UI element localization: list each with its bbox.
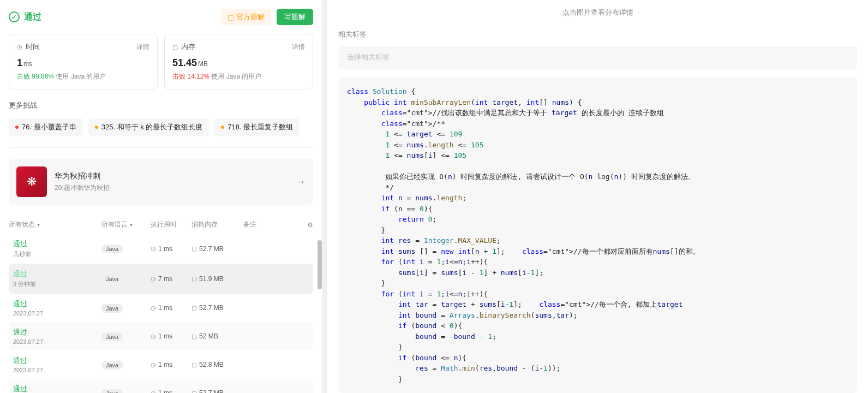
submission-memory: ▢52 MB <box>191 332 243 340</box>
difficulty-dot <box>95 126 98 129</box>
related-tags-label: 相关标签 <box>327 25 868 44</box>
submission-runtime: ◷1 ms <box>151 332 191 340</box>
chevron-down-icon: ▾ <box>37 222 40 228</box>
promo-title: 华为秋招冲刺 <box>55 171 288 181</box>
submission-lang: Java <box>101 389 151 394</box>
status-text: 通过 <box>24 11 41 23</box>
submission-runtime: ◷7 ms <box>151 275 191 283</box>
promo-card[interactable]: ❋ 华为秋招冲刺 20 题冲刺华为秋招 → <box>9 159 313 205</box>
metrics: ◷ 时间 详情 1ms 击败 99.86% 使用 Java 的用户 ▢ <box>9 34 313 90</box>
chip-icon: ▢ <box>191 275 197 282</box>
chip-icon: ▢ <box>191 361 197 368</box>
write-solution-button[interactable]: 写题解 <box>277 9 313 25</box>
memory-label: ▢ 内存 <box>172 42 195 52</box>
tag-select-input[interactable]: 选择相关标签 <box>338 46 857 69</box>
check-icon <box>9 11 20 22</box>
challenges-list: 76. 最小覆盖子串325. 和等于 k 的最长子数组长度718. 最长重复子数… <box>9 118 313 148</box>
memory-metric-card[interactable]: ▢ 内存 详情 51.45MB 击败 14.12% 使用 Java 的用户 <box>164 34 313 90</box>
clock-icon: ◷ <box>151 361 156 368</box>
clock-icon: ◷ <box>151 275 156 282</box>
huawei-icon: ❋ <box>16 166 47 197</box>
challenge-chip[interactable]: 718. 最长重复子数组 <box>214 118 300 136</box>
left-panel: 通过 ▢ 官方题解 写题解 ◷ 时间 详情 <box>0 0 327 393</box>
col-lang-header[interactable]: 所有语言 ▾ <box>101 220 151 229</box>
clock-icon: ◷ <box>151 333 156 340</box>
submission-runtime: ◷1 ms <box>151 304 191 312</box>
arrow-right-icon: → <box>296 176 306 188</box>
submission-row[interactable]: 通过几秒前Java◷1 ms▢52.7 MB <box>9 234 313 264</box>
submission-status: 通过2023.07.27 <box>13 299 101 317</box>
submission-lang: Java <box>101 304 151 312</box>
submission-lang: Java <box>101 361 151 369</box>
header-buttons: ▢ 官方题解 写题解 <box>221 9 313 25</box>
promo-sub: 20 题冲刺华为秋招 <box>55 183 288 193</box>
submission-row[interactable]: 通过2023.07.27Java◷1 ms▢52.8 MB <box>9 350 313 379</box>
chip-icon: ▢ <box>191 245 197 252</box>
challenge-chip[interactable]: 325. 和等于 k 的最长子数组长度 <box>88 118 209 136</box>
submission-status: 通过几秒前 <box>13 239 101 258</box>
submission-status: 通过2023.07.27 <box>13 356 101 373</box>
status-header: 通过 ▢ 官方题解 写题解 <box>9 9 313 25</box>
right-panel: 点击图片查看分布详情 相关标签 选择相关标签 class Solution { … <box>327 0 868 393</box>
scrollbar-thumb[interactable] <box>318 240 322 289</box>
challenge-label: 76. 最小覆盖子串 <box>22 122 76 132</box>
chevron-down-icon: ▾ <box>130 222 133 228</box>
submission-row[interactable]: 通过2023.07.27Java◷1 ms▢52 MB <box>9 322 313 350</box>
challenge-label: 325. 和等于 k 的最长子数组长度 <box>101 122 203 132</box>
book-icon: ▢ <box>228 13 234 21</box>
submission-status: 通过2023.07.27 <box>13 327 101 345</box>
submission-memory: ▢51.9 MB <box>191 275 243 283</box>
time-value: 1ms <box>17 57 149 69</box>
submission-status: 通过9 分钟前 <box>13 269 101 288</box>
clock-icon: ◷ <box>17 44 22 51</box>
chip-icon: ▢ <box>191 390 197 394</box>
submission-row[interactable]: 通过9 分钟前Java◷7 ms▢51.9 MB <box>9 264 313 294</box>
submission-lang: Java <box>101 245 151 253</box>
submission-memory: ▢52.7 MB <box>191 389 243 393</box>
submission-status: 通过2023.07.27 <box>13 384 101 393</box>
time-metric-card[interactable]: ◷ 时间 详情 1ms 击败 99.86% 使用 Java 的用户 <box>9 34 158 90</box>
challenge-chip[interactable]: 76. 最小覆盖子串 <box>9 118 83 136</box>
submission-row[interactable]: 通过2023.07.27Java◷1 ms▢52.7 MB <box>9 379 313 393</box>
chip-icon: ▢ <box>172 44 178 51</box>
time-sub: 击败 99.86% 使用 Java 的用户 <box>17 72 149 81</box>
submission-row[interactable]: 通过2023.07.27Java◷1 ms▢52.7 MB <box>9 294 313 322</box>
official-solution-button[interactable]: ▢ 官方题解 <box>221 9 271 25</box>
submission-lang: Java <box>101 275 151 283</box>
chip-icon: ▢ <box>191 333 197 340</box>
submission-runtime: ◷1 ms <box>151 389 191 393</box>
challenge-label: 718. 最长重复子数组 <box>228 122 293 132</box>
clock-icon: ◷ <box>151 390 156 394</box>
difficulty-dot <box>15 126 19 129</box>
submission-runtime: ◷1 ms <box>151 361 191 368</box>
status-pass: 通过 <box>9 11 41 23</box>
col-note-header: 备注 <box>243 220 287 229</box>
clock-icon: ◷ <box>151 245 156 252</box>
submissions-list: 通过几秒前Java◷1 ms▢52.7 MB通过9 分钟前Java◷7 ms▢5… <box>9 234 313 393</box>
chart-hint-text[interactable]: 点击图片查看分布详情 <box>327 0 868 25</box>
col-memory-header: 消耗内存 <box>191 220 243 229</box>
challenges-title: 更多挑战 <box>9 100 313 110</box>
time-label: ◷ 时间 <box>17 42 40 52</box>
clock-icon: ◷ <box>151 305 156 312</box>
difficulty-dot <box>221 126 224 129</box>
submission-memory: ▢52.8 MB <box>191 361 243 368</box>
submission-lang: Java <box>101 332 151 341</box>
time-detail-link[interactable]: 详情 <box>136 43 149 52</box>
gear-icon[interactable]: ⚙ <box>307 221 313 229</box>
chip-icon: ▢ <box>191 305 197 312</box>
submissions-table-header: 所有状态 ▾ 所有语言 ▾ 执行用时 消耗内存 备注 ⚙ <box>9 216 313 234</box>
memory-detail-link[interactable]: 详情 <box>292 43 305 52</box>
memory-sub: 击败 14.12% 使用 Java 的用户 <box>172 72 305 81</box>
submission-runtime: ◷1 ms <box>151 245 191 253</box>
col-status-header[interactable]: 所有状态 ▾ <box>9 220 101 229</box>
col-runtime-header: 执行用时 <box>151 220 191 229</box>
memory-value: 51.45MB <box>172 57 305 69</box>
submission-memory: ▢52.7 MB <box>191 304 243 312</box>
submission-memory: ▢52.7 MB <box>191 245 243 253</box>
code-block[interactable]: class Solution { public int minSubArrayL… <box>338 78 857 393</box>
